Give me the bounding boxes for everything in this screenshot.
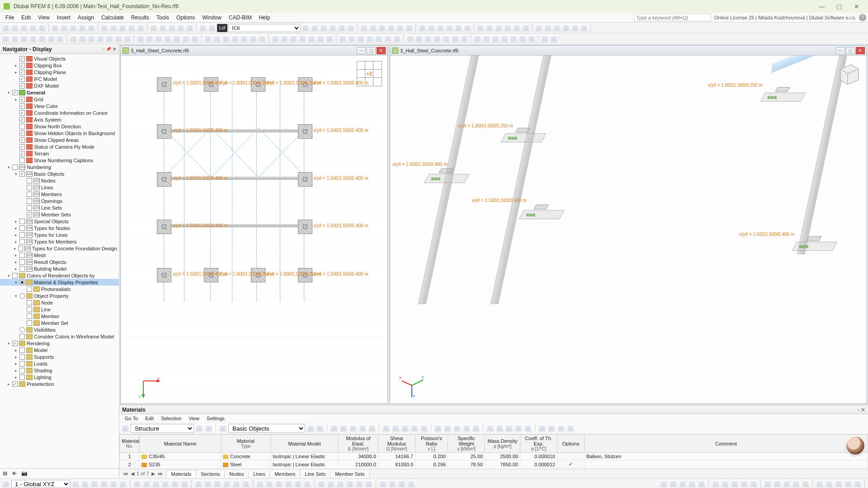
mt-btn-14[interactable]: [472, 424, 480, 432]
tool3-btn-46[interactable]: [442, 35, 450, 43]
tree-item-48[interactable]: ▸✓Preselection: [0, 380, 119, 387]
nav-foot-icon-1[interactable]: ▤: [3, 470, 7, 476]
menu-insert[interactable]: Insert: [53, 13, 74, 22]
tool3-btn-9[interactable]: [87, 35, 95, 43]
bt-btn-6[interactable]: [133, 480, 141, 488]
mt-btn-10[interactable]: [434, 424, 442, 432]
tree-item-10[interactable]: Show North Direction: [0, 123, 119, 130]
tool-btn-4[interactable]: [38, 24, 46, 32]
help-icon[interactable]: ?: [859, 14, 866, 21]
bt2-btn-13[interactable]: [792, 480, 800, 488]
tool3-btn-32[interactable]: [307, 35, 316, 43]
tree-item-30[interactable]: ▸123Result Objects: [0, 258, 119, 265]
tab-lines[interactable]: Lines: [249, 470, 270, 478]
tree-item-18[interactable]: 123Nodes: [0, 177, 119, 184]
bt-btn-18[interactable]: [256, 480, 264, 488]
close-view-icon[interactable]: ✕: [856, 47, 865, 54]
tree-item-27[interactable]: ▸123Types for Members: [0, 238, 119, 245]
keyword-search-input[interactable]: [634, 14, 711, 21]
tool3-btn-42[interactable]: [406, 35, 414, 43]
tree-item-31[interactable]: ▸123Building Model: [0, 265, 119, 272]
tool3-btn-35[interactable]: [339, 35, 347, 43]
tree-item-42[interactable]: ▾✓Rendering: [0, 340, 119, 347]
load-combo[interactable]: IC6: [228, 24, 301, 32]
tree-item-28[interactable]: ▸123Types for Concrete Foundation Design: [0, 245, 119, 252]
bt2-btn-10[interactable]: [764, 480, 772, 488]
mt-btn-2[interactable]: [349, 424, 357, 432]
bt2-btn-17[interactable]: [835, 480, 843, 488]
bt-btn-29[interactable]: [365, 480, 373, 488]
mt-btn-8[interactable]: [410, 424, 419, 432]
tool-btn-15[interactable]: [150, 24, 158, 32]
tool-btn-2[interactable]: [20, 24, 28, 32]
tree-item-32[interactable]: ▾Colors of Rendered Objects by: [0, 272, 119, 279]
tool2-btn-23[interactable]: [522, 24, 530, 32]
bt-btn-14[interactable]: [213, 480, 222, 488]
tool2-btn-11[interactable]: [405, 24, 413, 32]
bt2-btn-6[interactable]: [721, 480, 729, 488]
tree-item-40[interactable]: Visibilities: [0, 326, 119, 333]
tool3-btn-49[interactable]: [473, 35, 481, 43]
close-panel-icon[interactable]: ✕: [113, 47, 116, 52]
tool2-btn-9[interactable]: [387, 24, 395, 32]
tool-btn-0[interactable]: [2, 24, 10, 32]
tree-item-23[interactable]: ✓123Member Sets: [0, 211, 119, 218]
tool3-btn-11[interactable]: [105, 35, 113, 43]
bt2-btn-5[interactable]: [712, 480, 720, 488]
bt-btn-12[interactable]: [194, 480, 203, 488]
tool2-btn-19[interactable]: [486, 24, 494, 32]
mt-btn-7[interactable]: [401, 424, 409, 432]
m-set[interactable]: Settings: [204, 416, 227, 421]
tree-item-26[interactable]: ▸123Types for Lines: [0, 231, 119, 238]
bt-btn-24[interactable]: [317, 480, 326, 488]
tab-nodes[interactable]: Nodes: [225, 470, 249, 478]
tree-item-44[interactable]: ▸Supports: [0, 353, 119, 360]
tool2-btn-13[interactable]: [427, 24, 435, 32]
view-cube-iso[interactable]: [833, 60, 862, 89]
tool2-btn-18[interactable]: [476, 24, 485, 32]
tool2-btn-3[interactable]: [329, 24, 337, 32]
m-view[interactable]: View: [186, 416, 202, 421]
tool3-btn-55[interactable]: [528, 35, 536, 43]
bt-btn-25[interactable]: [327, 480, 335, 488]
tree-item-5[interactable]: ▾✓General: [0, 89, 119, 96]
tool3-btn-47[interactable]: [451, 35, 459, 43]
tree-item-7[interactable]: ✓View Cube: [0, 103, 119, 109]
menu-file[interactable]: File: [2, 13, 18, 22]
tool2-btn-20[interactable]: [495, 24, 503, 32]
tool3-btn-27[interactable]: [258, 35, 266, 43]
tree-item-33[interactable]: ▾Material & Display Properties: [0, 279, 119, 286]
tree-item-2[interactable]: ▸✓Clipping Plane: [0, 69, 119, 75]
bt2-btn-19[interactable]: [854, 480, 862, 488]
bt-btn-9[interactable]: [161, 480, 170, 488]
tool3-btn-54[interactable]: [519, 35, 527, 43]
tool2-btn-8[interactable]: [378, 24, 386, 32]
bt-btn-2[interactable]: [90, 480, 99, 488]
mt-btn-0[interactable]: [330, 424, 338, 432]
tool-btn-8[interactable]: [78, 24, 86, 32]
tool3-btn-34[interactable]: [326, 35, 334, 43]
bt2-btn-14[interactable]: [802, 480, 810, 488]
tree-item-43[interactable]: ▸Model: [0, 347, 119, 353]
tool2-btn-16[interactable]: [454, 24, 462, 32]
bt2-btn-16[interactable]: [825, 480, 833, 488]
bt-btn-5[interactable]: [119, 480, 127, 488]
tool3-btn-52[interactable]: [500, 35, 509, 43]
tool2-btn-21[interactable]: [504, 24, 512, 32]
page-nav[interactable]: ⏮◀1 of 7▶⏭: [119, 471, 166, 477]
tool-btn-19[interactable]: [186, 24, 194, 32]
bt-btn-27[interactable]: [346, 480, 354, 488]
bt-btn-28[interactable]: [355, 480, 363, 488]
tool2-btn-24[interactable]: [535, 24, 543, 32]
plan-canvas[interactable]: +Z: [121, 56, 387, 404]
bt2-btn-0[interactable]: [660, 480, 668, 488]
tool3-btn-50[interactable]: [482, 35, 491, 43]
tool2-btn-29[interactable]: [580, 24, 588, 32]
tool-btn-14[interactable]: [137, 24, 145, 32]
tree-item-46[interactable]: ▸Shading: [0, 367, 119, 374]
tool2-btn-28[interactable]: [571, 24, 579, 32]
tool-btn-12[interactable]: [118, 24, 127, 32]
tool3-btn-2[interactable]: [20, 35, 28, 43]
tool2-btn-15[interactable]: [445, 24, 453, 32]
navigator-tree[interactable]: ✓Visual Objects▸✓Clipping Box▸✓Clipping …: [0, 54, 119, 468]
